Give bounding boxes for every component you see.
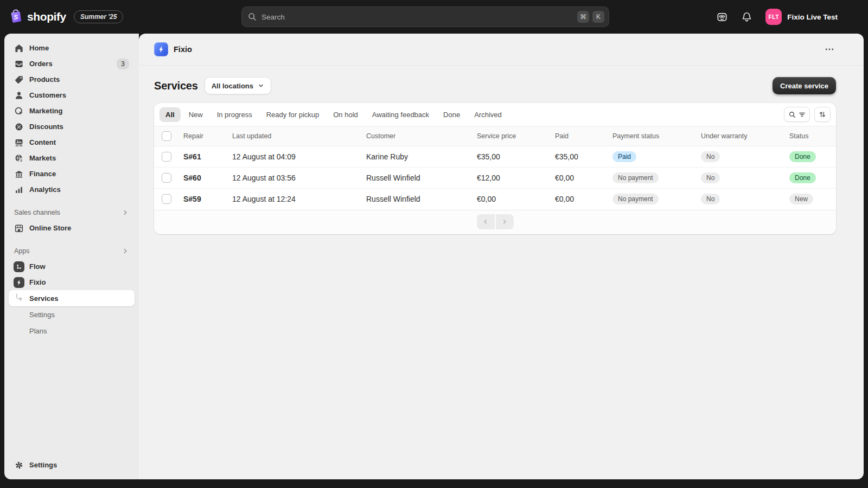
discounts-icon [14, 122, 24, 132]
row-checkbox[interactable] [162, 194, 171, 204]
more-actions-button[interactable] [821, 42, 838, 57]
sidebar-item-settings[interactable]: Settings [9, 457, 135, 473]
main-content: Fixio Services All locations Create serv… [139, 34, 864, 479]
sidebar-item-products[interactable]: Products [9, 72, 135, 87]
last-updated: 12 August at 03:56 [232, 174, 296, 182]
sidebar-item-label: Orders [29, 60, 53, 68]
notifications-button[interactable] [741, 11, 752, 23]
sidebar-item-label: Finance [29, 170, 56, 178]
storefront-icon [14, 223, 24, 233]
repair-id: S#59 [183, 195, 201, 203]
page-title: Services [154, 80, 198, 92]
payment-status-badge: No payment [612, 172, 659, 183]
payment-status-badge: No payment [612, 194, 659, 204]
sidebar-item-label: Settings [29, 311, 55, 319]
row-checkbox[interactable] [162, 152, 171, 162]
store-menu[interactable]: FLT Fixio Live Test [765, 9, 838, 25]
store-avatar: FLT [765, 9, 782, 25]
sidebar-item-fixio[interactable]: Fixio [9, 274, 135, 290]
sidebar-nav: Home Orders 3 Products [4, 34, 139, 479]
services-table: Repair Last updated Customer Service pri… [154, 126, 836, 210]
k-key-badge: K [592, 11, 604, 23]
shopify-logo[interactable]: S shopify [9, 9, 66, 25]
shopify-bag-icon: S [9, 9, 23, 25]
sidebar-item-label: Fixio [29, 278, 46, 286]
tab-on-hold[interactable]: On hold [327, 107, 364, 122]
under-warranty-badge: No [701, 194, 720, 204]
sidebar-item-label: Marketing [29, 107, 62, 115]
sidebar-item-label: Customers [29, 91, 66, 99]
sidebar-item-markets[interactable]: $ Markets [9, 150, 135, 166]
tab-ready-for-pickup[interactable]: Ready for pickup [260, 107, 326, 122]
sidebar-item-home[interactable]: Home [9, 40, 135, 56]
global-search-input[interactable]: Search ⌘ K [241, 7, 609, 27]
repair-id: S#60 [183, 174, 201, 182]
search-icon [247, 12, 257, 22]
service-price: €12,00 [477, 174, 500, 182]
row-checkbox[interactable] [162, 173, 171, 183]
sidebar-item-fixio-plans[interactable]: Plans [9, 323, 135, 339]
location-filter-label: All locations [212, 82, 253, 90]
tab-new[interactable]: New [183, 107, 209, 122]
topbar-right: FLT Fixio Live Test [716, 9, 859, 25]
app-title: Fixio [174, 45, 192, 54]
edition-badge[interactable]: Summer '25 [74, 10, 124, 23]
tab-all[interactable]: All [159, 107, 181, 122]
sidebar-item-label: Online Store [29, 224, 71, 232]
filter-icon [798, 111, 806, 119]
column-header-customer: Customer [362, 126, 473, 146]
sidebar-item-content[interactable]: Content [9, 134, 135, 150]
store-name: Fixio Live Test [787, 13, 838, 21]
chevron-right-icon [122, 247, 129, 255]
sidebar-item-fixio-services[interactable]: Services [9, 290, 135, 306]
next-page-button[interactable] [496, 214, 514, 229]
previous-page-button[interactable] [477, 214, 495, 229]
sidebar-section-apps[interactable]: Apps [9, 243, 135, 259]
sidekick-button[interactable] [716, 11, 728, 23]
sidebar-section-sales-channels[interactable]: Sales channels [9, 205, 135, 220]
sidebar-item-customers[interactable]: Customers [9, 87, 135, 103]
customers-icon [14, 91, 24, 100]
sidebar-item-label: Markets [29, 154, 56, 162]
table-row[interactable]: S#59 12 August at 12:24 Russell Winfield… [154, 189, 836, 210]
status-badge: Done [789, 172, 816, 183]
last-updated: 12 August at 04:09 [232, 152, 296, 161]
table-row[interactable]: S#60 12 August at 03:56 Russell Winfield… [154, 168, 836, 189]
tab-done[interactable]: Done [437, 107, 466, 122]
search-and-filter-button[interactable] [784, 107, 810, 122]
customer-name: Russell Winfield [366, 174, 420, 182]
sidebar-item-finance[interactable]: Finance [9, 166, 135, 182]
markets-icon: $ [14, 153, 24, 163]
sort-button[interactable] [814, 107, 831, 122]
sidebar-item-flow[interactable]: Flow [9, 259, 135, 274]
sidebar-item-analytics[interactable]: Analytics [9, 182, 135, 197]
search-placeholder: Search [261, 13, 573, 21]
sidebar-item-label: Products [29, 75, 60, 84]
sidebar-item-orders[interactable]: Orders 3 [9, 56, 135, 72]
sidebar-item-fixio-settings[interactable]: Settings [9, 306, 135, 323]
paid-amount: €0,00 [555, 195, 574, 203]
flow-app-icon [14, 262, 24, 272]
filter-tabs: All New In progress Ready for pickup On … [154, 103, 836, 126]
home-icon [14, 43, 24, 53]
sidebar-item-label: Settings [29, 461, 57, 469]
column-header-status: Status [785, 126, 836, 146]
tab-awaiting-feedback[interactable]: Awaiting feedback [366, 107, 435, 122]
select-all-checkbox[interactable] [162, 131, 171, 141]
content-icon [14, 138, 24, 147]
sidebar-item-marketing[interactable]: Marketing [9, 103, 135, 119]
gear-icon [14, 460, 24, 470]
search-icon [788, 111, 796, 119]
sidebar-item-discounts[interactable]: Discounts [9, 119, 135, 134]
payment-status-badge: Paid [612, 151, 636, 162]
repair-id: S#61 [183, 152, 201, 161]
tab-archived[interactable]: Archived [468, 107, 508, 122]
sidebar-item-label: Discounts [29, 123, 63, 131]
tab-in-progress[interactable]: In progress [211, 107, 258, 122]
table-row[interactable]: S#61 12 August at 04:09 Karine Ruby €35,… [154, 146, 836, 168]
bell-icon [741, 11, 752, 23]
create-service-button[interactable]: Create service [773, 77, 836, 94]
sidebar-item-online-store[interactable]: Online Store [9, 220, 135, 236]
sidebar-item-label: Services [29, 294, 59, 303]
location-filter-button[interactable]: All locations [205, 77, 271, 94]
